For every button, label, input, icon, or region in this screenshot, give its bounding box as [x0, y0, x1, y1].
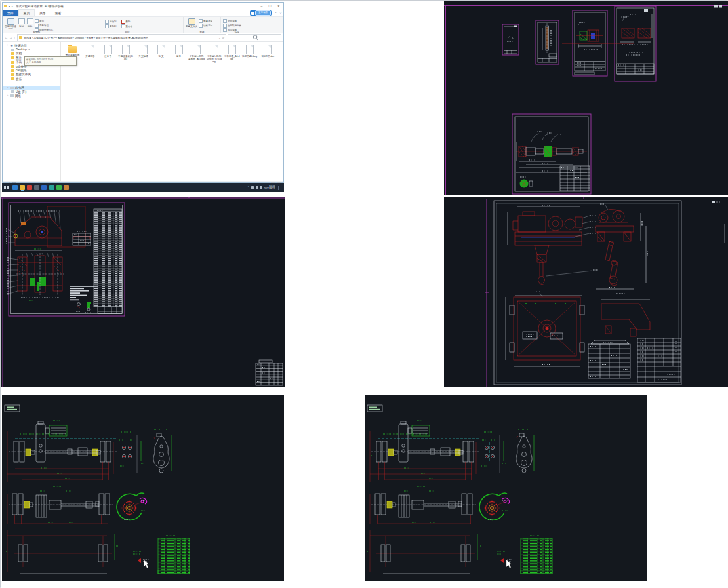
- new-item-icon: [199, 19, 203, 23]
- taskbar-app-orange[interactable]: [64, 185, 69, 190]
- action-center-icon[interactable]: [278, 186, 282, 190]
- taskbar-app-teal[interactable]: [49, 185, 54, 190]
- tab-view[interactable]: 查看: [51, 10, 66, 17]
- easy-access-icon: [199, 24, 203, 28]
- copy-to-icon: [105, 24, 109, 28]
- cloud-icon: [251, 12, 254, 15]
- pin-icon: [7, 18, 14, 25]
- rename-button[interactable]: 重命名: [121, 24, 133, 28]
- ribbon: 固定到快速访问 复制 粘贴 剪切 复制路径 粘贴快捷方式 剪贴板: [3, 17, 283, 33]
- address-bar: ← → ↑ 此电脑 › 本地磁盘 (C:) › 用户 › Administrat…: [3, 33, 283, 42]
- taskbar-app-red[interactable]: [27, 185, 32, 190]
- search-box[interactable]: [228, 34, 281, 41]
- file-list: 带式运输机图纸 开题报告 任务书 中期检查表(初稿) 外文翻译 论 文 目录 小…: [61, 42, 283, 181]
- tray-expand-icon[interactable]: ⌃: [247, 186, 250, 189]
- promo-label: 登录领取: [255, 10, 271, 16]
- group-label-new: 新建: [184, 31, 220, 33]
- ribbon-collapse-icon[interactable]: ⌃: [275, 12, 277, 15]
- file-tile[interactable]: 小车运行机构部件图_打印.dwg: [205, 44, 223, 63]
- quick-access-toolbar[interactable]: ▾ ▸: [9, 5, 14, 8]
- network-icon[interactable]: [256, 186, 258, 189]
- taskbar-clock[interactable]: 10:06 2021/8/21: [264, 185, 275, 191]
- address-dropdown-icon[interactable]: ⌄: [218, 36, 220, 39]
- taskbar-app-blue[interactable]: [41, 185, 47, 190]
- up-button[interactable]: ↑: [14, 35, 16, 39]
- back-button[interactable]: ←: [5, 35, 8, 39]
- delete-button[interactable]: 删除: [121, 20, 133, 24]
- close-button[interactable]: ✕: [277, 4, 280, 8]
- taskbar-app-explorer[interactable]: [20, 185, 25, 190]
- move-to-button[interactable]: 移动到: [105, 20, 117, 24]
- document-icon: [140, 45, 148, 54]
- file-tile[interactable]: 任务书: [99, 44, 117, 63]
- copy-path-button[interactable]: 复制路径: [35, 24, 53, 28]
- file-tile[interactable]: 目录: [170, 44, 188, 63]
- cut-icon: [35, 19, 39, 23]
- new-folder-button[interactable]: 新建文件夹: [185, 18, 198, 28]
- address-input[interactable]: 此电脑 › 本地磁盘 (C:) › 用户 › Administrator › D…: [17, 34, 227, 41]
- tab-file[interactable]: 文件: [3, 10, 18, 17]
- refresh-icon[interactable]: ⟳: [222, 36, 224, 39]
- file-tile[interactable]: 中期检查表(初稿): [117, 44, 134, 63]
- group-label-organize: 组织: [71, 31, 183, 33]
- file-tile[interactable]: 外文翻译: [134, 44, 152, 63]
- move-to-icon: [105, 20, 109, 24]
- folder-icon: [11, 69, 14, 72]
- volume-icon[interactable]: [251, 186, 254, 189]
- network-icon: [10, 94, 14, 97]
- input-method-icon[interactable]: [260, 186, 262, 189]
- breadcrumb[interactable]: 此电脑 › 本地磁盘 (C:) › 用户 › Administrator › D…: [24, 36, 218, 39]
- file-tooltip: 修改日期: 2021/8/21 10:06 大小: 2.35 MB: [24, 56, 77, 66]
- help-icon[interactable]: ?: [279, 11, 281, 15]
- file-tile[interactable]: 小车总图_A0.dwg: [223, 44, 241, 63]
- cut-button[interactable]: 剪切: [35, 19, 53, 23]
- taskbar-app-gray[interactable]: [34, 185, 39, 190]
- paste-button[interactable]: 粘贴: [26, 18, 34, 28]
- sidebar-item-network[interactable]: ›网络: [3, 94, 60, 98]
- easy-access-button[interactable]: 轻松访问: [199, 24, 212, 28]
- copy-button[interactable]: 复制: [17, 18, 26, 28]
- copy-to-button[interactable]: 复制到: [105, 24, 117, 28]
- tab-share[interactable]: 共享: [35, 10, 51, 17]
- document-icon: [157, 45, 165, 54]
- maximize-button[interactable]: ☐: [268, 4, 271, 8]
- taskbar-app-browser[interactable]: [12, 185, 18, 190]
- windows-taskbar: ⌃ 10:06 2021/8/21: [2, 183, 284, 192]
- file-tile[interactable]: ~$说明书.doc: [258, 44, 276, 63]
- document-icon: [246, 45, 254, 54]
- rename-icon: [121, 24, 125, 28]
- netdisk-promo-button[interactable]: 登录领取: [250, 10, 272, 16]
- new-item-button[interactable]: 新建项目: [199, 19, 212, 23]
- file-tile[interactable]: 小车运行机构装配图_A0.dwg: [188, 44, 205, 63]
- ribbon-group-new: 新建文件夹 新建项目 轻松访问 新建: [184, 17, 221, 33]
- folder-icon: [11, 65, 14, 68]
- minimize-button[interactable]: –: [261, 4, 263, 8]
- select-all-button[interactable]: 全部选择: [223, 19, 241, 23]
- document-icon: [104, 45, 112, 54]
- file-tile[interactable]: 说明书A0.dwg: [241, 44, 258, 63]
- document-icon: [193, 45, 201, 54]
- folder-icon: [11, 52, 14, 55]
- folder-icon: [19, 36, 22, 39]
- tab-home[interactable]: 主页: [18, 9, 35, 17]
- file-tile[interactable]: 开题报告: [81, 44, 99, 63]
- file-tile[interactable]: 论 文: [152, 44, 170, 63]
- folder-icon: [11, 56, 14, 59]
- cad-screenshot-electric-hoist: [444, 197, 728, 387]
- select-none-icon: [223, 24, 227, 28]
- folder-icon: [11, 77, 14, 80]
- taskbar-app-wechat[interactable]: [56, 185, 62, 190]
- folder-icon: [11, 61, 14, 64]
- group-label-select: 选择: [221, 31, 253, 33]
- select-none-button[interactable]: 全部取消选择: [223, 24, 241, 28]
- title-bar[interactable]: ▾ ▸ 带式运输机传动装置CAD图纸说明书 – ☐ ✕: [3, 3, 283, 9]
- cad-drawing: [365, 395, 647, 581]
- paste-icon: [27, 18, 33, 24]
- document-icon: [228, 45, 236, 54]
- forward-button[interactable]: →: [9, 35, 12, 39]
- cad-screenshot-gearbox-assembly: [1, 197, 285, 387]
- cad-screenshot-travel-mechanism-1: [2, 395, 284, 581]
- document-icon: [264, 45, 272, 54]
- pin-quick-access-button[interactable]: 固定到快速访问: [4, 18, 17, 31]
- start-button[interactable]: [4, 186, 9, 190]
